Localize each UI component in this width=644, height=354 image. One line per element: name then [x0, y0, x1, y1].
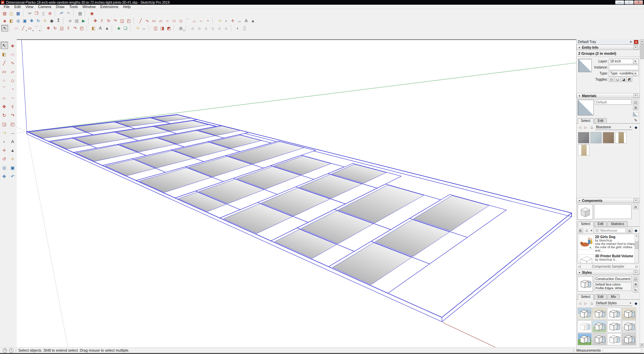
- close-button[interactable]: ✕: [634, 0, 643, 4]
- style-thumbnail-7[interactable]: [607, 320, 621, 333]
- tool-rotate-button[interactable]: ↻: [52, 25, 58, 32]
- tool-protractor-button[interactable]: ◗: [1, 138, 8, 145]
- tool-make-group-button[interactable]: ❏: [122, 25, 129, 32]
- tool-scale-button[interactable]: ◲: [58, 25, 65, 32]
- tool-3d-text-button[interactable]: ▲: [104, 25, 110, 32]
- tool-offset-button[interactable]: ◰: [125, 17, 132, 24]
- credits-icon[interactable]: i: [9, 348, 13, 353]
- tool-zoom-extents-button[interactable]: ✥: [28, 17, 35, 24]
- back-arrow-icon[interactable]: ◁: [578, 126, 582, 129]
- tool-section-plane-button[interactable]: ◫: [152, 25, 159, 32]
- tab-edit[interactable]: Edit: [594, 294, 607, 299]
- tool-two-point-arc-button[interactable]: ⌒: [1, 85, 8, 93]
- tool-move-button[interactable]: ✥: [45, 25, 52, 32]
- tool-paint-bucket-button[interactable]: ◧: [1, 50, 8, 58]
- geolocation-icon[interactable]: ?: [3, 348, 7, 353]
- tool-paint-bucket-button[interactable]: ◧: [90, 25, 97, 32]
- menu-extensions[interactable]: Extensions: [98, 5, 121, 9]
- tool-dimension-button[interactable]: ↔: [9, 129, 16, 136]
- style-thumbnail-5[interactable]: [578, 320, 592, 333]
- tool-arc-button[interactable]: ⌒: [184, 17, 191, 24]
- eyedropper-icon[interactable]: ✎: [633, 118, 639, 123]
- tool-text-button[interactable]: A: [9, 138, 16, 145]
- tool-push-pull-button[interactable]: ⇧: [65, 25, 72, 32]
- tool-circle-button[interactable]: ○: [164, 17, 171, 24]
- style-thumbnail-9[interactable]: [578, 333, 592, 345]
- component-list-item[interactable]: 2D Girls Dogby SketchUpUse the Interact …: [578, 234, 638, 253]
- component-name-field[interactable]: [594, 204, 632, 219]
- tool-scale-button[interactable]: ◲: [1, 120, 8, 128]
- tool-select-button[interactable]: ↖: [1, 42, 8, 49]
- model-canvas[interactable]: [17, 40, 576, 347]
- tool-move-button[interactable]: ✥: [92, 17, 99, 24]
- receives-shadows-toggle-icon[interactable]: ◪: [621, 77, 626, 82]
- tool-walk-button[interactable]: ⁑: [55, 17, 62, 24]
- tray-close-icon[interactable]: ✕: [634, 40, 638, 44]
- material-swatch-blue-gray-stone[interactable]: [590, 132, 602, 143]
- tool-arc-menu-button[interactable]: ⌒▾: [33, 25, 40, 32]
- tool-freehand-button[interactable]: ∿: [144, 17, 151, 24]
- tool-look-around-button[interactable]: ◉: [48, 17, 55, 24]
- material-swatch-pale-tan-plank[interactable]: [578, 144, 589, 156]
- tool-dimension-button[interactable]: ↔: [236, 17, 243, 24]
- tool-tape-measure-button[interactable]: ⊣: [216, 17, 223, 24]
- tray-title-bar[interactable]: Default Tray ✛ ✕: [577, 39, 640, 45]
- tab-edit[interactable]: Edit: [594, 118, 607, 123]
- style-thumbnail-8[interactable]: [622, 320, 636, 333]
- material-name-field[interactable]: Default: [595, 99, 632, 105]
- tool-zoom-extents-button[interactable]: ✥: [1, 173, 8, 180]
- tab-statistics[interactable]: Statistics: [607, 221, 628, 226]
- style-thumbnail-3[interactable]: [607, 308, 621, 320]
- tool-back-view-button[interactable]: ⌂: [216, 25, 223, 32]
- layer-dropdown[interactable]: 18 inch ▼: [609, 59, 639, 64]
- tool-push-pull-button[interactable]: ⇧: [99, 17, 105, 24]
- tool-follow-me-button[interactable]: ↷: [72, 25, 78, 32]
- tool-select-button[interactable]: ↖: [1, 25, 8, 32]
- tool-model-info-button[interactable]: ◉: [89, 10, 95, 17]
- tool-paste-button[interactable]: ▯: [40, 10, 47, 17]
- in-model-icon[interactable]: ◆: [633, 301, 639, 306]
- style-name-field[interactable]: Construction Documentation St: [594, 276, 632, 281]
- tool-make-component-button[interactable]: ◈: [1, 17, 8, 24]
- chevron-down-icon[interactable]: ▼: [590, 229, 593, 232]
- tool-tape-measure-button[interactable]: ⊣: [1, 129, 8, 136]
- materials-header[interactable]: ▼ Materials ✕: [577, 93, 640, 98]
- sample-paint-swatch[interactable]: [633, 112, 638, 117]
- tool-line-button[interactable]: ╱: [137, 17, 144, 24]
- tool-rotated-rectangle-button[interactable]: ▱: [9, 68, 16, 75]
- style-thumbnail-1[interactable]: [578, 308, 592, 320]
- tool-shadows-button[interactable]: ◐: [234, 25, 241, 32]
- prev-collection-icon[interactable]: ◁: [578, 265, 581, 268]
- style-thumbnail-2[interactable]: [592, 308, 606, 320]
- tab-edit[interactable]: Edit: [594, 221, 607, 226]
- in-model-icon[interactable]: ◆: [633, 125, 639, 130]
- tray-scrollbar[interactable]: ▲ ▼: [640, 39, 644, 347]
- tool-paint-bucket-button[interactable]: ◧: [8, 17, 15, 24]
- tool-top-view-button[interactable]: ⌂: [196, 25, 203, 32]
- tool-rotated-rectangle-button[interactable]: ▱: [157, 17, 164, 24]
- tool-offset-button[interactable]: ◰: [9, 120, 16, 128]
- tool-dimension-button[interactable]: ↔: [141, 25, 147, 32]
- tool-line-menu-button[interactable]: ╱▾: [20, 25, 26, 32]
- scrollbar-thumb[interactable]: [640, 44, 644, 59]
- pin-icon[interactable]: ✛: [629, 40, 633, 44]
- create-style-icon[interactable]: ⊕: [633, 282, 638, 287]
- minimize-button[interactable]: —: [615, 0, 624, 4]
- tool-axes-button[interactable]: ✛: [1, 146, 8, 154]
- tool-erase-button[interactable]: ⊘: [47, 10, 53, 17]
- tool-redo-button[interactable]: ↷: [65, 10, 72, 17]
- style-thumbnail-6[interactable]: [592, 320, 606, 333]
- tool-scale-button[interactable]: ◲: [119, 17, 125, 24]
- forward-arrow-icon[interactable]: ▷: [583, 302, 588, 305]
- tool-fog-button[interactable]: ▒: [241, 25, 248, 32]
- menu-edit[interactable]: Edit: [12, 5, 23, 9]
- material-swatch-gray-stone[interactable]: [578, 132, 589, 143]
- menu-help[interactable]: Help: [121, 5, 133, 9]
- menu-tools[interactable]: Tools: [67, 5, 80, 9]
- tool-arc-button[interactable]: ⌓: [1, 94, 8, 101]
- chevron-down-icon[interactable]: ▼: [633, 59, 637, 64]
- back-arrow-icon[interactable]: ◁: [578, 302, 582, 305]
- tool-pan-button[interactable]: ✛: [9, 155, 16, 163]
- entity-info-close-icon[interactable]: ✕: [634, 45, 638, 49]
- tab-select[interactable]: Select: [578, 221, 594, 227]
